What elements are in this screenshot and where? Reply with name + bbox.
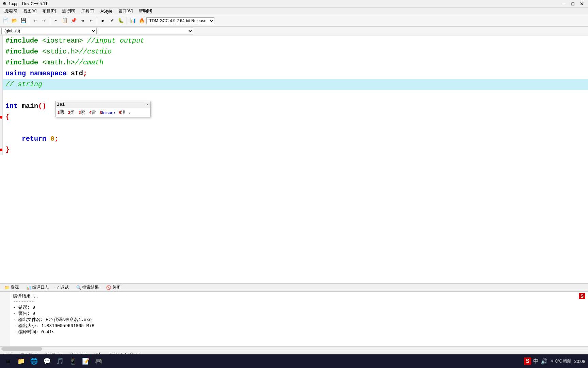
taskbar-folder[interactable]: 📁 bbox=[16, 356, 27, 367]
line-content-2: #include <stdio.h>//cstdio bbox=[3, 46, 588, 57]
debug-button[interactable]: 🐛 bbox=[117, 17, 125, 25]
taskbar-app1[interactable]: 📱 bbox=[67, 356, 78, 367]
gutter-10 bbox=[0, 134, 3, 144]
search-results-icon: 🔍 bbox=[76, 285, 81, 290]
menu-run[interactable]: 运行[R] bbox=[59, 7, 78, 15]
gutter-7 bbox=[0, 101, 3, 112]
horizontal-scrollbar[interactable] bbox=[0, 346, 588, 351]
bottom-tabs: 📁 资源 📊 编译日志 ✓ 调试 🔍 搜索结果 🚫 关闭 bbox=[0, 283, 588, 292]
lang-indicator[interactable]: S bbox=[524, 357, 531, 365]
taskbar-music[interactable]: 🎵 bbox=[54, 356, 65, 367]
tab-debug-label: 调试 bbox=[61, 285, 69, 290]
menubar: 搜索[S] 视图[V] 项目[P] 运行[R] 工具[T] AStyle 窗口[… bbox=[0, 7, 588, 15]
line-content-10: return 0; bbox=[3, 134, 588, 144]
autocomplete-list: 1嗯 2类 3紧 4雷 5leisure 6泪 › bbox=[55, 108, 150, 117]
weather-info: ☀ 0°C 晴朗 bbox=[550, 358, 571, 364]
code-editor[interactable]: #include <iostream> //input output #incl… bbox=[0, 35, 588, 283]
sound-icon[interactable]: 🔊 bbox=[541, 358, 548, 365]
close-button[interactable]: ✕ bbox=[578, 1, 585, 6]
code-line-11: } bbox=[0, 144, 588, 155]
gutter-3 bbox=[0, 57, 3, 68]
gutter-1 bbox=[0, 35, 3, 46]
gutter-11 bbox=[0, 144, 3, 155]
toolbar-divider-1 bbox=[29, 17, 29, 25]
bottom-content: 编译结果... -------- - 错误: 0 - 警告: 0 - 输出文件名… bbox=[0, 292, 588, 346]
compiler-select[interactable]: TDM-GCC 4.9.2 64-bit Release bbox=[146, 17, 214, 24]
main-area: #include <iostream> //input output #incl… bbox=[0, 35, 588, 283]
resources-icon: 📁 bbox=[4, 285, 10, 290]
system-clock: 20:08 bbox=[574, 359, 585, 364]
autocomplete-next-arrow[interactable]: › bbox=[129, 110, 131, 115]
tab-compile-log[interactable]: 📊 编译日志 bbox=[23, 283, 52, 291]
menu-help[interactable]: 帮助[H] bbox=[136, 7, 155, 15]
gutter-8 bbox=[0, 112, 3, 123]
taskbar-app2[interactable]: 📝 bbox=[80, 356, 91, 367]
autocomplete-item-6[interactable]: 6泪 bbox=[118, 109, 126, 116]
line-content-1: #include <iostream> //input output bbox=[3, 35, 588, 46]
autocomplete-input-text: lei bbox=[57, 102, 65, 107]
bottom-panel: 📁 资源 📊 编译日志 ✓ 调试 🔍 搜索结果 🚫 关闭 编译结果... ---… bbox=[0, 283, 588, 351]
profile-button[interactable]: 🔥 bbox=[137, 17, 146, 25]
menu-tools[interactable]: 工具[T] bbox=[79, 7, 97, 15]
error-dot-8 bbox=[0, 116, 2, 119]
run-button[interactable]: ⚡ bbox=[108, 17, 116, 25]
toolbar-divider-3 bbox=[97, 17, 97, 25]
unindent-button[interactable]: ⇤ bbox=[87, 17, 95, 25]
taskbar-app3[interactable]: 🎮 bbox=[93, 356, 104, 367]
taskbar-qq[interactable]: 💬 bbox=[42, 356, 52, 367]
tab-close-label: 关闭 bbox=[112, 285, 120, 290]
chart-button[interactable]: 📊 bbox=[129, 17, 137, 25]
minimize-button[interactable]: ─ bbox=[561, 1, 568, 6]
paste-button[interactable]: 📌 bbox=[69, 17, 78, 25]
tab-debug[interactable]: ✓ 调试 bbox=[53, 283, 72, 291]
menu-project[interactable]: 项目[P] bbox=[40, 7, 59, 15]
taskbar-right: S 中 🔊 ☀ 0°C 晴朗 20:08 bbox=[524, 357, 585, 365]
line-content-5: // string bbox=[3, 79, 588, 90]
function-dropdown[interactable] bbox=[98, 28, 193, 34]
autocomplete-item-2[interactable]: 2类 bbox=[67, 109, 75, 116]
autocomplete-item-1[interactable]: 1嗯 bbox=[57, 109, 65, 116]
open-button[interactable]: 📂 bbox=[10, 17, 18, 25]
menu-astyle[interactable]: AStyle bbox=[98, 8, 115, 14]
menu-window[interactable]: 窗口[W] bbox=[116, 7, 135, 15]
save-button[interactable]: 💾 bbox=[19, 17, 27, 25]
tab-close[interactable]: 🚫 关闭 bbox=[103, 283, 124, 291]
start-button[interactable]: ⊞ bbox=[3, 356, 14, 367]
autocomplete-item-3[interactable]: 3紧 bbox=[78, 109, 86, 116]
gutter-2 bbox=[0, 46, 3, 57]
autocomplete-close-button[interactable]: ✕ bbox=[146, 102, 149, 107]
undo-button[interactable]: ↩ bbox=[31, 17, 39, 25]
autocomplete-item-5[interactable]: 5leisure bbox=[99, 110, 116, 116]
ime-indicator[interactable]: 中 bbox=[533, 358, 539, 365]
autocomplete-popup[interactable]: lei ✕ 1嗯 2类 3紧 4雷 5leisure 6泪 › bbox=[55, 101, 150, 117]
code-line-10: return 0; bbox=[0, 134, 588, 144]
compile-button[interactable]: ▶ bbox=[99, 17, 107, 25]
tab-search-results[interactable]: 🔍 搜索结果 bbox=[73, 283, 102, 291]
new-button[interactable]: 📄 bbox=[1, 17, 10, 25]
menu-search[interactable]: 搜索[S] bbox=[1, 7, 20, 15]
clock-time: 20:08 bbox=[574, 359, 585, 364]
line-content-3: #include <math.h>//cmath bbox=[3, 57, 588, 68]
maximize-button[interactable]: □ bbox=[570, 1, 576, 6]
autocomplete-input-bar: lei ✕ bbox=[55, 101, 150, 108]
line-content-9 bbox=[3, 123, 588, 134]
indent-button[interactable]: ⇥ bbox=[78, 17, 86, 25]
redo-button[interactable]: ↪ bbox=[40, 17, 48, 25]
menu-view[interactable]: 视图[V] bbox=[21, 7, 39, 15]
tab-resources[interactable]: 📁 资源 bbox=[1, 283, 22, 291]
weather-icon: ☀ bbox=[550, 359, 554, 364]
compiler-output: 编译结果... -------- - 错误: 0 - 警告: 0 - 输出文件名… bbox=[10, 292, 561, 346]
weather-text: 0°C 晴朗 bbox=[555, 358, 571, 364]
titlebar-controls: ─ □ ✕ bbox=[561, 1, 585, 6]
output-line-3: - 错误: 0 bbox=[13, 304, 558, 310]
output-line-6: - 输出大小: 1.83190059661865 MiB bbox=[13, 323, 558, 329]
copy-button[interactable]: 📋 bbox=[61, 17, 69, 25]
gutter-4 bbox=[0, 68, 3, 79]
globals-dropdown[interactable]: (globals) bbox=[1, 28, 97, 34]
cut-button[interactable]: ✂ bbox=[52, 17, 60, 25]
autocomplete-item-4[interactable]: 4雷 bbox=[88, 109, 96, 116]
line-content-11: } bbox=[3, 144, 588, 155]
taskbar-browser[interactable]: 🌐 bbox=[29, 356, 39, 367]
gutter-9 bbox=[0, 123, 3, 134]
scrollbar-thumb[interactable] bbox=[1, 347, 42, 351]
